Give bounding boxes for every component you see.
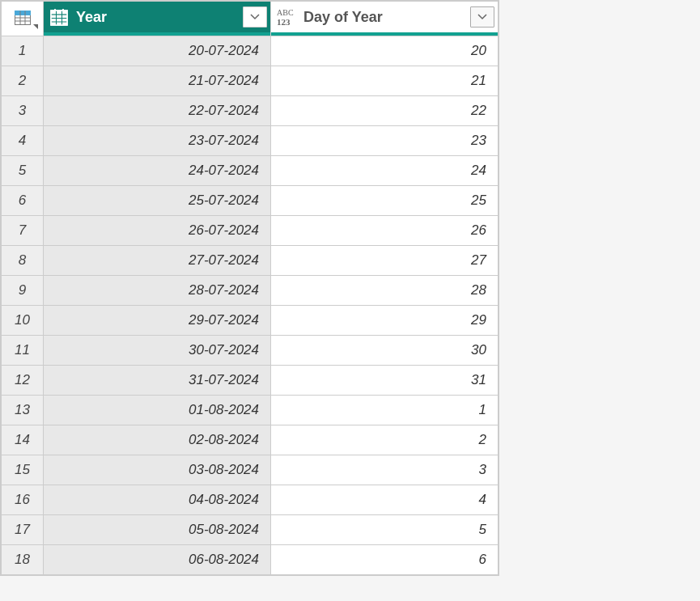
table-row[interactable]: 221-07-202421 bbox=[2, 66, 498, 96]
table-row[interactable]: 726-07-202426 bbox=[2, 216, 498, 246]
row-number[interactable]: 1 bbox=[2, 36, 44, 66]
table-row[interactable]: 524-07-202424 bbox=[2, 156, 498, 186]
cell-day-of-year[interactable]: 23 bbox=[271, 126, 498, 156]
cell-day-of-year[interactable]: 31 bbox=[271, 366, 498, 396]
table-row[interactable]: 1503-08-20243 bbox=[2, 455, 498, 485]
table-row[interactable]: 1705-08-20245 bbox=[2, 515, 498, 545]
table-row[interactable]: 827-07-202427 bbox=[2, 246, 498, 276]
cell-year[interactable]: 27-07-2024 bbox=[44, 246, 271, 276]
cell-year[interactable]: 21-07-2024 bbox=[44, 66, 271, 96]
row-number[interactable]: 10 bbox=[2, 306, 44, 336]
cell-year[interactable]: 04-08-2024 bbox=[44, 485, 271, 515]
table-row[interactable]: 322-07-202422 bbox=[2, 96, 498, 126]
column-filter-button[interactable] bbox=[470, 6, 494, 28]
cell-day-of-year[interactable]: 27 bbox=[271, 246, 498, 276]
column-accent bbox=[44, 32, 270, 36]
cell-year[interactable]: 05-08-2024 bbox=[44, 515, 271, 545]
svg-text:ABC: ABC bbox=[277, 8, 294, 17]
row-number[interactable]: 3 bbox=[2, 96, 44, 126]
cell-day-of-year[interactable]: 22 bbox=[271, 96, 498, 126]
column-header-year[interactable]: Year bbox=[44, 2, 271, 36]
table-row[interactable]: 1806-08-20246 bbox=[2, 545, 498, 575]
cell-day-of-year[interactable]: 24 bbox=[271, 156, 498, 186]
cell-year[interactable]: 01-08-2024 bbox=[44, 396, 271, 425]
cell-day-of-year[interactable]: 20 bbox=[271, 36, 498, 66]
cell-year[interactable]: 24-07-2024 bbox=[44, 156, 271, 186]
cell-year[interactable]: 29-07-2024 bbox=[44, 306, 271, 336]
cell-year[interactable]: 22-07-2024 bbox=[44, 96, 271, 126]
table-row[interactable]: 1301-08-20241 bbox=[2, 396, 498, 425]
row-number[interactable]: 9 bbox=[2, 276, 44, 306]
table-row[interactable]: 1029-07-202429 bbox=[2, 306, 498, 336]
cell-day-of-year[interactable]: 28 bbox=[271, 276, 498, 306]
cell-day-of-year[interactable]: 26 bbox=[271, 216, 498, 246]
cell-day-of-year[interactable]: 6 bbox=[271, 545, 498, 575]
table-row[interactable]: 1402-08-20242 bbox=[2, 425, 498, 455]
cell-year[interactable]: 25-07-2024 bbox=[44, 186, 271, 216]
chevron-down-icon bbox=[477, 14, 487, 20]
table-row[interactable]: 1130-07-202430 bbox=[2, 336, 498, 366]
data-table: Year ABC 123 bbox=[0, 0, 499, 576]
cell-day-of-year[interactable]: 5 bbox=[271, 515, 498, 545]
table-row[interactable]: 1231-07-202431 bbox=[2, 366, 498, 396]
table-row[interactable]: 1604-08-20244 bbox=[2, 485, 498, 515]
dropdown-triangle-icon bbox=[33, 24, 38, 29]
cell-day-of-year[interactable]: 1 bbox=[271, 396, 498, 425]
chevron-down-icon bbox=[250, 14, 260, 20]
svg-rect-1 bbox=[15, 11, 30, 15]
row-number[interactable]: 16 bbox=[2, 485, 44, 515]
any-type-icon: ABC 123 bbox=[271, 2, 302, 32]
column-header-day-of-year[interactable]: ABC 123 Day of Year bbox=[271, 2, 498, 36]
table-icon bbox=[2, 2, 43, 36]
row-number[interactable]: 13 bbox=[2, 396, 44, 425]
cell-year[interactable]: 28-07-2024 bbox=[44, 276, 271, 306]
row-number[interactable]: 15 bbox=[2, 455, 44, 485]
cell-year[interactable]: 30-07-2024 bbox=[44, 336, 271, 366]
cell-year[interactable]: 03-08-2024 bbox=[44, 455, 271, 485]
row-number[interactable]: 12 bbox=[2, 366, 44, 396]
column-label: Day of Year bbox=[302, 2, 470, 32]
select-all-corner[interactable] bbox=[2, 2, 44, 36]
row-number[interactable]: 4 bbox=[2, 126, 44, 156]
table-row[interactable]: 120-07-202420 bbox=[2, 36, 498, 66]
table-row[interactable]: 928-07-202428 bbox=[2, 276, 498, 306]
row-number[interactable]: 11 bbox=[2, 336, 44, 366]
table-row[interactable]: 423-07-202423 bbox=[2, 126, 498, 156]
row-number[interactable]: 8 bbox=[2, 246, 44, 276]
column-accent bbox=[271, 32, 498, 36]
cell-year[interactable]: 02-08-2024 bbox=[44, 425, 271, 455]
cell-day-of-year[interactable]: 2 bbox=[271, 425, 498, 455]
table-row[interactable]: 625-07-202425 bbox=[2, 186, 498, 216]
date-type-icon bbox=[44, 2, 74, 32]
cell-year[interactable]: 31-07-2024 bbox=[44, 366, 271, 396]
cell-year[interactable]: 20-07-2024 bbox=[44, 36, 271, 66]
cell-day-of-year[interactable]: 4 bbox=[271, 485, 498, 515]
svg-text:123: 123 bbox=[277, 17, 291, 27]
row-number[interactable]: 5 bbox=[2, 156, 44, 186]
column-label: Year bbox=[74, 2, 243, 32]
cell-day-of-year[interactable]: 21 bbox=[271, 66, 498, 96]
row-number[interactable]: 2 bbox=[2, 66, 44, 96]
row-number[interactable]: 7 bbox=[2, 216, 44, 246]
row-number[interactable]: 18 bbox=[2, 545, 44, 575]
row-number[interactable]: 17 bbox=[2, 515, 44, 545]
cell-year[interactable]: 23-07-2024 bbox=[44, 126, 271, 156]
cell-year[interactable]: 26-07-2024 bbox=[44, 216, 271, 246]
cell-day-of-year[interactable]: 25 bbox=[271, 186, 498, 216]
row-number[interactable]: 6 bbox=[2, 186, 44, 216]
column-filter-button[interactable] bbox=[243, 6, 267, 28]
cell-day-of-year[interactable]: 30 bbox=[271, 336, 498, 366]
row-number[interactable]: 14 bbox=[2, 425, 44, 455]
cell-year[interactable]: 06-08-2024 bbox=[44, 545, 271, 575]
cell-day-of-year[interactable]: 3 bbox=[271, 455, 498, 485]
cell-day-of-year[interactable]: 29 bbox=[271, 306, 498, 336]
